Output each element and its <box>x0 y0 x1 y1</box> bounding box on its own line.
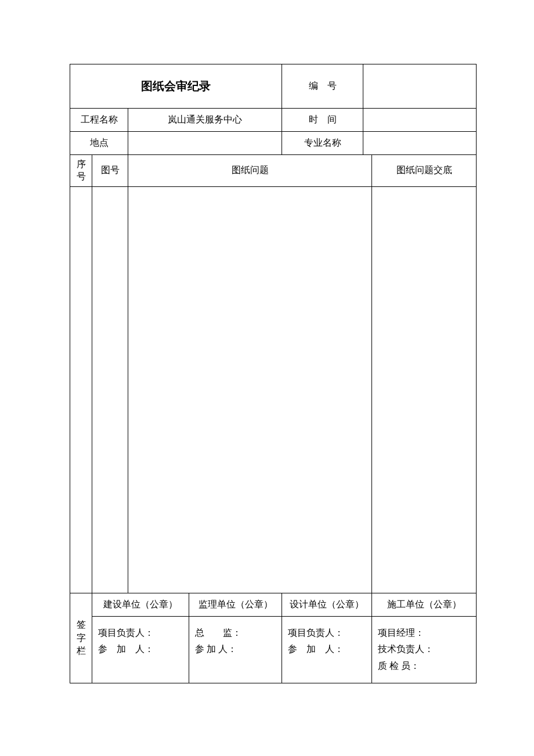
specialty-name-value <box>363 132 477 155</box>
design-line-0: 项目负责人： <box>288 625 366 642</box>
signature-column-label: 签字栏 <box>70 593 92 683</box>
drawing-issue-disclosure-header: 图纸问题交底 <box>372 155 477 187</box>
serial-number-value <box>363 64 477 109</box>
design-unit-header: 设计单位（公章） <box>282 593 372 616</box>
project-name-value: 岚山通关服务中心 <box>128 109 282 132</box>
seq-cell <box>70 186 92 593</box>
design-unit-body: 项目负责人： 参 加 人： <box>282 616 372 683</box>
construction-unit-body: 项目负责人： 参 加 人： <box>92 616 189 683</box>
contractor-line-2: 质 检 员： <box>378 658 470 675</box>
design-line-1: 参 加 人： <box>288 641 366 658</box>
contractor-line-1: 技术负责人： <box>378 641 470 658</box>
drawing-issue-disclosure-cell <box>372 186 477 593</box>
drawing-no-cell <box>92 186 128 593</box>
supervision-line-0: 总 监： <box>195 625 276 642</box>
signature-column-text: 签字栏 <box>77 618 86 657</box>
supervision-line-1: 参 加 人： <box>195 641 276 658</box>
construction-unit-header: 建设单位（公章） <box>92 593 189 616</box>
contractor-unit-body: 项目经理： 技术负责人： 质 检 员： <box>372 616 477 683</box>
drawing-review-record-table: 图纸会审纪录 编 号 工程名称 岚山通关服务中心 时 间 地点 专业名称 序号 … <box>70 64 477 683</box>
construction-line-0: 项目负责人： <box>98 625 183 642</box>
time-label: 时 间 <box>282 109 363 132</box>
supervision-unit-header: 监理单位（公章） <box>189 593 282 616</box>
construction-line-1: 参 加 人： <box>98 641 183 658</box>
serial-number-label: 编 号 <box>282 64 363 109</box>
contractor-unit-header: 施工单位（公章） <box>372 593 477 616</box>
contractor-line-0: 项目经理： <box>378 625 470 642</box>
project-name-label: 工程名称 <box>70 109 128 132</box>
location-label: 地点 <box>70 132 128 155</box>
location-value <box>128 132 282 155</box>
form-title: 图纸会审纪录 <box>70 64 282 109</box>
specialty-name-label: 专业名称 <box>282 132 363 155</box>
drawing-issue-header: 图纸问题 <box>128 155 372 187</box>
drawing-issue-cell <box>128 186 372 593</box>
time-value <box>363 109 477 132</box>
seq-header: 序号 <box>70 155 92 187</box>
drawing-no-header: 图号 <box>92 155 128 187</box>
seq-header-text: 序号 <box>77 159 86 181</box>
supervision-unit-body: 总 监： 参 加 人： <box>189 616 282 683</box>
